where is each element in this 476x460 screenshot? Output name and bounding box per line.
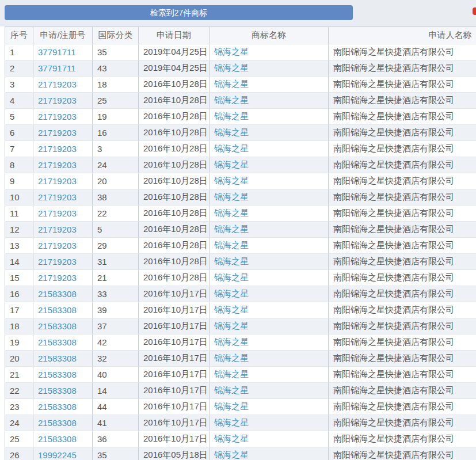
trademark-name-link[interactable]: 锦海之星: [214, 240, 249, 250]
header-application-date: 申请日期: [139, 27, 210, 44]
registration-number-link[interactable]: 21719203: [38, 257, 77, 267]
registration-number-link[interactable]: 21583308: [38, 321, 77, 331]
trademark-name-link[interactable]: 锦海之星: [214, 47, 249, 56]
trademark-name-link[interactable]: 锦海之星: [214, 143, 249, 153]
registration-number-link[interactable]: 21719203: [38, 79, 77, 89]
registration-number-link[interactable]: 21583308: [38, 337, 77, 347]
trademark-name-cell: 锦海之星: [210, 383, 329, 399]
registration-number-link[interactable]: 21583308: [38, 353, 77, 363]
intl-class-value: 37: [97, 321, 107, 331]
application-date-value: 2016年10月28日: [143, 192, 208, 202]
intl-class-cell: 36: [93, 431, 139, 447]
applicant-name-cell: 南阳锦海之星快捷酒店有限公司: [329, 447, 476, 460]
trademark-name-link[interactable]: 锦海之星: [214, 63, 249, 73]
trademark-name-link[interactable]: 锦海之星: [214, 385, 249, 395]
registration-number-link[interactable]: 21719203: [38, 241, 77, 250]
table-row: 3 21719203 18 2016年10月28日 锦海之星 南阳锦海之星快捷酒…: [5, 77, 476, 93]
registration-number-link[interactable]: 21719203: [38, 144, 77, 154]
table-row: 10 21719203 38 2016年10月28日 锦海之星 南阳锦海之星快捷…: [5, 189, 476, 206]
trademark-name-link[interactable]: 锦海之星: [214, 353, 249, 363]
serial-number-cell: 18: [5, 318, 33, 334]
trademark-name-link[interactable]: 锦海之星: [214, 159, 249, 169]
registration-number-cell: 37791711: [33, 44, 93, 60]
trademark-name-link[interactable]: 锦海之星: [214, 417, 249, 427]
trademark-name-link[interactable]: 锦海之星: [214, 79, 249, 89]
registration-number-link[interactable]: 21719203: [38, 192, 77, 202]
trademark-name-link[interactable]: 锦海之星: [214, 369, 249, 379]
registration-number-link[interactable]: 21583308: [38, 305, 77, 315]
serial-number: 25: [10, 434, 20, 444]
registration-number-link[interactable]: 37791711: [38, 63, 76, 73]
registration-number-link[interactable]: 21583308: [38, 418, 77, 428]
intl-class-value: 22: [97, 208, 107, 218]
trademark-name-link[interactable]: 锦海之星: [214, 95, 249, 105]
application-date-cell: 2016年10月28日: [139, 222, 210, 238]
trademark-name-link[interactable]: 锦海之星: [214, 305, 249, 314]
trademark-name-link[interactable]: 锦海之星: [214, 401, 249, 411]
registration-number-link[interactable]: 21719203: [38, 176, 77, 186]
registration-number-link[interactable]: 21719203: [38, 273, 77, 283]
registration-number-link[interactable]: 21583308: [38, 289, 77, 299]
trademark-name-link[interactable]: 锦海之星: [214, 208, 249, 218]
registration-number-link[interactable]: 21583308: [38, 370, 77, 379]
registration-number-cell: 21583308: [33, 286, 93, 302]
applicant-name-value: 南阳锦海之星快捷酒店有限公司: [333, 63, 454, 73]
registration-number-cell: 21583308: [33, 383, 93, 399]
clipped-red-icon[interactable]: [473, 7, 476, 15]
trademark-name-link[interactable]: 锦海之星: [214, 450, 249, 459]
registration-number-link[interactable]: 37791711: [38, 47, 76, 57]
trademark-name-link[interactable]: 锦海之星: [214, 434, 249, 443]
registration-number-link[interactable]: 21719203: [38, 112, 77, 121]
trademark-name-link[interactable]: 锦海之星: [214, 321, 249, 330]
applicant-name-value: 南阳锦海之星快捷酒店有限公司: [333, 143, 454, 153]
application-date-value: 2016年10月28日: [143, 95, 208, 105]
intl-class-cell: 42: [93, 334, 139, 351]
application-date-value: 2016年10月17日: [143, 337, 208, 347]
applicant-name-cell: 南阳锦海之星快捷酒店有限公司: [329, 141, 476, 157]
application-date-value: 2016年10月17日: [143, 353, 208, 363]
table-row: 5 21719203 19 2016年10月28日 锦海之星 南阳锦海之星快捷酒…: [5, 109, 476, 125]
table-row: 16 21583308 33 2016年10月17日 锦海之星 南阳锦海之星快捷…: [5, 286, 476, 302]
trademark-name-link[interactable]: 锦海之星: [214, 176, 249, 185]
trademark-name-cell: 锦海之星: [210, 44, 329, 60]
trademark-name-link[interactable]: 锦海之星: [214, 111, 249, 121]
trademark-name-link[interactable]: 锦海之星: [214, 256, 249, 266]
table-row: 13 21719203 29 2016年10月28日 锦海之星 南阳锦海之星快捷…: [5, 238, 476, 254]
registration-number-cell: 21719203: [33, 238, 93, 254]
trademark-name-cell: 锦海之星: [210, 254, 329, 270]
trademark-name-cell: 锦海之星: [210, 334, 329, 351]
trademark-name-link[interactable]: 锦海之星: [214, 272, 249, 282]
registration-number-link[interactable]: 21583308: [38, 402, 77, 412]
trademark-name-link[interactable]: 锦海之星: [214, 192, 249, 202]
trademark-name-link[interactable]: 锦海之星: [214, 127, 249, 137]
applicant-name-cell: 南阳锦海之星快捷酒店有限公司: [329, 93, 476, 109]
trademark-name-link[interactable]: 锦海之星: [214, 224, 249, 234]
serial-number: 20: [10, 353, 20, 363]
registration-number-link[interactable]: 21719203: [38, 160, 77, 170]
trademark-results-table: 序号 申请/注册号 国际分类 申请日期 商标名称 申请人名称 1 3779171…: [5, 26, 476, 460]
registration-number-link[interactable]: 21719203: [38, 225, 77, 234]
registration-number-link[interactable]: 21719203: [38, 208, 77, 218]
applicant-name-value: 南阳锦海之星快捷酒店有限公司: [333, 417, 454, 427]
registration-number-link[interactable]: 21719203: [38, 96, 77, 105]
application-date-value: 2016年10月28日: [143, 176, 208, 185]
registration-number-link[interactable]: 21583308: [38, 434, 77, 444]
trademark-name-cell: 锦海之星: [210, 93, 329, 109]
registration-number-link[interactable]: 19992245: [38, 450, 77, 460]
serial-number-cell: 13: [5, 238, 33, 254]
serial-number: 23: [10, 402, 20, 412]
trademark-name-cell: 锦海之星: [210, 109, 329, 125]
registration-number-link[interactable]: 21583308: [38, 386, 77, 396]
trademark-name-cell: 锦海之星: [210, 222, 329, 238]
trademark-name-link[interactable]: 锦海之星: [214, 288, 249, 298]
applicant-name-value: 南阳锦海之星快捷酒店有限公司: [333, 192, 454, 202]
table-row: 4 21719203 25 2016年10月28日 锦海之星 南阳锦海之星快捷酒…: [5, 93, 476, 109]
registration-number-link[interactable]: 21719203: [38, 128, 77, 138]
serial-number-cell: 23: [5, 399, 33, 415]
trademark-name-link[interactable]: 锦海之星: [214, 337, 249, 347]
intl-class-cell: 20: [93, 173, 139, 189]
intl-class-value: 42: [97, 337, 107, 347]
table-row: 12 21719203 5 2016年10月28日 锦海之星 南阳锦海之星快捷酒…: [5, 222, 476, 238]
serial-number: 18: [10, 321, 20, 331]
intl-class-value: 21: [97, 273, 107, 283]
